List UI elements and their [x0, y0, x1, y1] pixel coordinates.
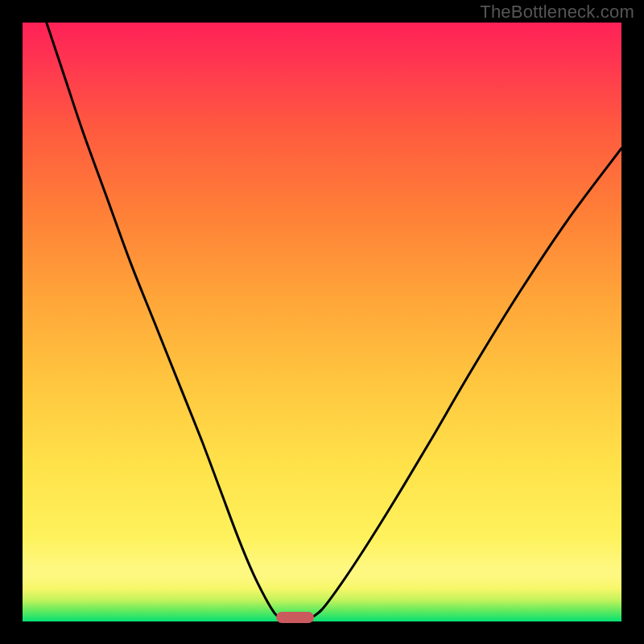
plot-area — [23, 23, 621, 621]
optimal-marker — [276, 612, 313, 623]
curve-path — [47, 23, 621, 618]
chart-container: TheBottleneck.com — [0, 0, 644, 644]
bottleneck-curve — [23, 23, 621, 621]
watermark-text: TheBottleneck.com — [480, 2, 634, 23]
